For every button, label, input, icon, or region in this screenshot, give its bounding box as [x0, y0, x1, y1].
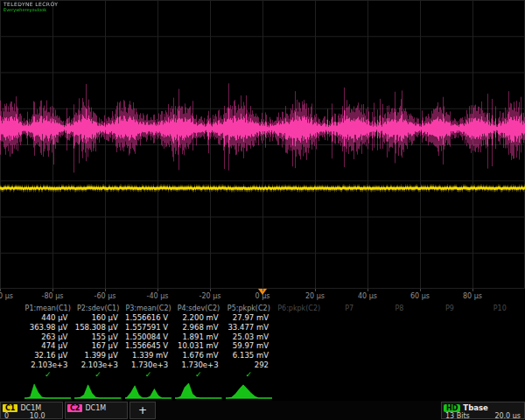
measurement-header-p1[interactable]: P1:mean(C1) [23, 304, 73, 313]
waveform-display[interactable]: TELEDYNE LECROY Everywhereyoulook [0, 0, 525, 289]
histicon-chart[interactable] [226, 378, 272, 401]
measurement-histicons [23, 378, 525, 401]
measurement-header-p8[interactable]: P8 [374, 304, 424, 313]
measurement-header-p9[interactable]: P9 [424, 304, 474, 313]
measurement-value: 1.550084 V [123, 332, 173, 342]
timebase-label: Tbase [463, 403, 487, 412]
measurement-value: 2.103e+3 [73, 360, 122, 370]
measurement-value: 167 µV [73, 341, 122, 351]
histicon-chart[interactable] [125, 378, 172, 401]
measurement-value [324, 341, 374, 351]
measurement-value [374, 332, 424, 342]
measurement-value [374, 313, 424, 323]
time-axis-tick [262, 289, 263, 291]
measurement-value: 1.891 mV [173, 332, 223, 342]
measurement-row: 32.16 µV1.399 µV1.339 mV1.676 mV6.135 mV [23, 351, 525, 360]
measurement-value: 25.03 mV [224, 332, 274, 342]
measurement-table: P1:mean(C1)P2:sdev(C1)P3:mean(C2)P4:sdev… [23, 304, 525, 380]
time-axis-tick [420, 289, 421, 291]
measurement-value [324, 313, 374, 323]
waveform-canvas[interactable] [0, 0, 525, 289]
channel2-descriptor[interactable]: C2 DC1M [65, 402, 128, 419]
timebase-descriptor[interactable]: HD Tbase 13 Bits 20.0 µs [441, 402, 525, 419]
measurement-value: 59.97 mV [224, 341, 274, 351]
timebase-scale: 20.0 µs [494, 412, 521, 419]
measurement-value [274, 332, 324, 342]
measurement-header-p5[interactable]: P5:pkpk(C2) [224, 304, 274, 313]
measurement-value [475, 341, 525, 351]
measurement-value [374, 351, 424, 360]
measurement-value: 2.200 mV [173, 313, 223, 323]
timebase-bits: 13 Bits [445, 412, 470, 419]
measurement-value: 10.031 mV [173, 341, 223, 351]
channel1-descriptor[interactable]: C1 DC1M 0 mV 10.0 mV [0, 402, 63, 419]
measurement-value [374, 360, 424, 370]
measurement-value [424, 332, 474, 342]
measurement-header-p10[interactable]: P10 [475, 304, 525, 313]
measurement-header-p6[interactable]: P6:pkpk(C2) [274, 304, 324, 313]
descriptor-bar: C1 DC1M 0 mV 10.0 mV C2 DC1M + HD Tbase [0, 401, 525, 420]
time-axis-label: 0 µs [256, 292, 270, 300]
time-axis-tick [210, 289, 211, 291]
measurement-value: 1.399 µV [73, 351, 122, 360]
measurement-value: 263 µV [23, 332, 73, 342]
measurement-value: 160 µV [73, 313, 122, 323]
time-axis-label: 60 µs [410, 292, 430, 300]
measurement-header-p3[interactable]: P3:mean(C2) [123, 304, 173, 313]
measurement-row: 363.98 µV158.308 µV1.557591 V2.968 mV33.… [23, 323, 525, 332]
measurement-value [424, 313, 474, 323]
measurement-header-p2[interactable]: P2:sdev(C1) [73, 304, 122, 313]
measurement-value: 363.98 µV [23, 323, 73, 332]
measurement-row: 474 µV167 µV1.556645 V10.031 mV59.97 mV [23, 341, 525, 351]
measurement-value: 1.556645 V [123, 341, 173, 351]
measurement-value: 2.968 mV [173, 323, 223, 332]
measurement-value: 440 µV [23, 313, 73, 323]
time-axis-tick [0, 289, 1, 291]
time-axis-label: 20 µs [305, 292, 325, 300]
brand-logo: TELEDYNE LECROY Everywhereyoulook [4, 2, 58, 13]
measurement-value [274, 351, 324, 360]
measurement-value [475, 323, 525, 332]
time-axis-tick [472, 289, 473, 291]
channel1-tab[interactable]: C1 [3, 404, 18, 412]
measurement-value: 158.308 µV [73, 323, 122, 332]
measurement-value [374, 323, 424, 332]
measurement-value [424, 341, 474, 351]
measurement-value: 292 [224, 360, 274, 370]
measurement-value [424, 360, 474, 370]
hd-badge[interactable]: HD [444, 404, 460, 412]
measurement-value: 33.477 mV [224, 323, 274, 332]
measurement-value [274, 313, 324, 323]
time-axis-label: 40 µs [358, 292, 377, 300]
measurement-value [324, 323, 374, 332]
channel1-offset: 0 mV [4, 412, 23, 419]
histicon-chart[interactable] [74, 378, 121, 401]
measurement-header-p7[interactable]: P7 [324, 304, 374, 313]
measurement-row: 440 µV160 µV1.556616 V2.200 mV27.97 mV [23, 313, 525, 323]
measurement-value: 6.135 mV [224, 351, 274, 360]
histicon-chart[interactable] [24, 378, 71, 401]
time-axis-label: -100 µs [0, 292, 13, 300]
time-axis-tick [315, 289, 316, 291]
plus-icon: + [138, 404, 147, 416]
add-trace-button[interactable]: + [130, 402, 156, 419]
measurement-value: 27.97 mV [224, 313, 274, 323]
measurement-value: 1.556616 V [123, 313, 173, 323]
measurement-value [475, 351, 525, 360]
channel2-tab[interactable]: C2 [67, 404, 82, 412]
time-axis-label: -60 µs [94, 292, 116, 300]
measurement-value: 2.103e+3 [23, 360, 73, 370]
measurement-value: 1.676 mV [173, 351, 223, 360]
measurement-value: 32.16 µV [23, 351, 73, 360]
histicon-chart[interactable] [175, 378, 221, 401]
measurement-value: 1.339 mV [123, 351, 173, 360]
measurement-header-p4[interactable]: P4:sdev(C2) [173, 304, 223, 313]
measurement-value: 1.730e+3 [123, 360, 173, 370]
measurement-value [324, 351, 374, 360]
time-axis-label: -40 µs [147, 292, 169, 300]
time-axis: -100 µs-80 µs-60 µs-40 µs-20 µs0 µs20 µs… [0, 289, 525, 304]
channel2-coupling: DC1M [85, 404, 106, 412]
oscilloscope-app: TELEDYNE LECROY Everywhereyoulook -100 µ… [0, 0, 525, 420]
time-axis-label: -20 µs [200, 292, 221, 300]
measurement-value [374, 341, 424, 351]
